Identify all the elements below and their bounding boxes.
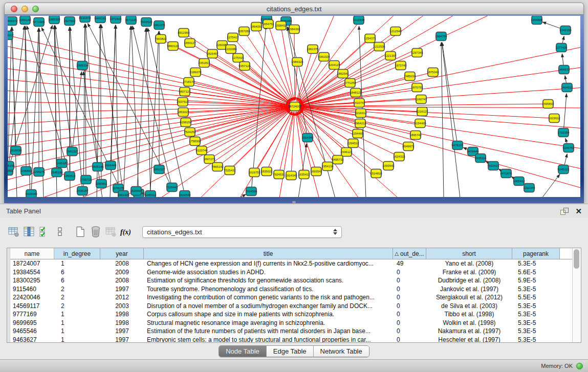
graph-node[interactable]: 1350513 — [63, 172, 76, 181]
table-row[interactable]: 946362711997Embryonic stem cells: a mode… — [10, 336, 572, 343]
graph-node[interactable]: 7325442 — [166, 183, 178, 192]
graph-edge[interactable] — [230, 111, 290, 170]
graph-edge[interactable] — [197, 106, 295, 197]
tab-edge-table[interactable]: Edge Table — [267, 346, 314, 357]
graph-node[interactable]: 1464532 — [558, 65, 570, 74]
zoom-window-icon[interactable] — [32, 6, 39, 12]
table-mode-icon[interactable] — [6, 224, 21, 239]
graph-node[interactable]: 9245012 — [144, 191, 157, 198]
graph-edge[interactable] — [254, 112, 292, 172]
graph-node[interactable]: 7615520 — [140, 18, 153, 27]
graph-node[interactable]: 7663822 — [155, 35, 167, 43]
graph-node[interactable]: 9245021 — [557, 165, 570, 174]
column-header-out_de[interactable]: △out_de... — [393, 248, 426, 259]
graph-node[interactable]: 1835021 — [260, 167, 273, 176]
graph-node[interactable]: 1710354 — [557, 128, 570, 137]
graph-node[interactable]: 8471676 — [500, 169, 512, 178]
tab-network-table[interactable]: Network Table — [314, 346, 369, 357]
graph-node[interactable]: 1584391 — [288, 25, 300, 34]
graph-node[interactable]: 3204127 — [328, 61, 340, 70]
graph-node[interactable]: 1514818 — [370, 169, 382, 178]
graph-node[interactable]: 1961375 — [307, 45, 319, 54]
graph-node[interactable]: 1254371 — [364, 34, 376, 43]
graph-node[interactable]: 9357059 — [238, 27, 250, 36]
graph-node[interactable]: 1405572 — [8, 17, 18, 26]
graph-edge[interactable] — [8, 46, 295, 106]
network-canvas-area[interactable]: 1405572206914097719051065328152760281319… — [8, 16, 580, 197]
graph-node[interactable]: 8964212 — [354, 119, 366, 128]
graph-node[interactable]: 7924506 — [245, 187, 257, 196]
graph-node[interactable]: 1505159 — [8, 162, 15, 170]
graph-node[interactable]: 1616448 — [104, 161, 117, 170]
graph-node[interactable]: 1973743 — [395, 61, 407, 70]
graph-node[interactable]: 1848121 — [350, 89, 362, 97]
graph-node[interactable]: 8549673 — [402, 142, 415, 151]
graph-node[interactable]: 1616447 — [130, 187, 142, 195]
graph-node[interactable]: 1964784 — [435, 32, 447, 41]
graph-node[interactable]: 1011548 — [353, 16, 365, 25]
graph-edge[interactable] — [268, 24, 293, 101]
graph-node[interactable]: 1464512 — [561, 83, 573, 92]
graph-node[interactable]: 1294275 — [33, 168, 45, 177]
graph-node[interactable]: 3771254 — [344, 79, 356, 87]
graph-node[interactable]: 9357124 — [238, 62, 251, 71]
graph-node[interactable]: 1654751 — [262, 20, 274, 29]
graph-node[interactable]: 1065412 — [513, 177, 525, 186]
graph-node[interactable]: 1546121 — [340, 148, 353, 157]
graph-node[interactable]: 1875343 — [427, 68, 439, 77]
show-column-icon[interactable] — [21, 224, 37, 239]
graph-edge[interactable] — [287, 27, 308, 138]
memory-status-icon[interactable] — [576, 363, 583, 369]
graph-node[interactable]: 7525431 — [224, 166, 236, 175]
delete-columns-icon[interactable] — [88, 224, 103, 239]
graph-node[interactable]: 1864091 — [250, 23, 263, 31]
graph-node[interactable]: 1635412 — [298, 170, 310, 179]
panel-splitter-handle[interactable] — [292, 201, 296, 203]
graph-node[interactable]: 1095811 — [96, 180, 108, 188]
graph-node[interactable]: 1654127 — [184, 39, 196, 48]
graph-node[interactable]: 7865142 — [211, 163, 224, 171]
graph-node[interactable]: 18724007 — [288, 102, 302, 111]
graph-node[interactable]: 9505145 — [92, 163, 104, 171]
table-row[interactable]: 977716911998Corpus callosum shape and si… — [10, 310, 572, 319]
graph-node[interactable]: 1093542 — [382, 162, 395, 170]
graph-node[interactable]: 2905334 — [76, 61, 89, 70]
graph-edge[interactable] — [239, 194, 246, 197]
graph-edge[interactable] — [297, 49, 313, 101]
column-header-in_degree[interactable]: in_degree — [54, 248, 100, 259]
graph-node[interactable]: 2937514 — [177, 98, 189, 106]
new-table-icon[interactable] — [73, 224, 88, 239]
graph-node[interactable]: 8131974 — [79, 16, 91, 23]
graph-node[interactable]: 7924531 — [273, 170, 285, 179]
table-row[interactable]: 1938455462009Genome-wide association stu… — [10, 268, 572, 277]
graph-node[interactable]: 1616449 — [25, 190, 37, 198]
graph-node[interactable]: 1527602 — [63, 17, 76, 26]
graph-edge[interactable] — [295, 16, 458, 106]
graph-node[interactable]: 2435187 — [76, 187, 89, 195]
table-scrollbar[interactable] — [572, 248, 581, 342]
delete-table-icon[interactable] — [103, 224, 119, 239]
table-row[interactable]: 1456911722003Disruption of a novel membe… — [10, 302, 572, 311]
graph-node[interactable]: 1961375 — [153, 21, 165, 30]
graph-node[interactable]: 1862541 — [337, 70, 349, 78]
graph-node[interactable]: 1619753 — [248, 168, 260, 177]
graph-node[interactable]: 1584324 — [291, 58, 303, 67]
graph-node[interactable]: 9771905 — [33, 18, 45, 27]
table-row[interactable]: 1830029562008Estimation of significance … — [10, 276, 572, 285]
graph-node[interactable]: 9479197 — [451, 141, 464, 150]
float-window-icon[interactable] — [560, 208, 568, 214]
column-header-short[interactable]: short — [426, 248, 512, 259]
graph-node[interactable]: 5495732 — [332, 156, 344, 164]
graph-node[interactable]: 2186079 — [189, 68, 202, 77]
graph-node[interactable]: 1160747 — [416, 95, 428, 104]
graph-edge[interactable] — [300, 109, 358, 134]
graph-node[interactable]: 1212536 — [373, 42, 385, 51]
graph-node[interactable]: 9298254 — [180, 118, 192, 127]
scrollbar-thumb[interactable] — [574, 249, 579, 269]
graph-node[interactable]: 1624315 — [393, 152, 405, 161]
graph-node[interactable]: 1292344 — [523, 184, 535, 192]
graph-edge[interactable] — [8, 106, 295, 169]
graph-node[interactable]: 8912954 — [178, 29, 190, 37]
function-builder-icon[interactable]: f(x) — [119, 224, 134, 239]
graph-node[interactable]: 1914345 — [285, 171, 297, 180]
